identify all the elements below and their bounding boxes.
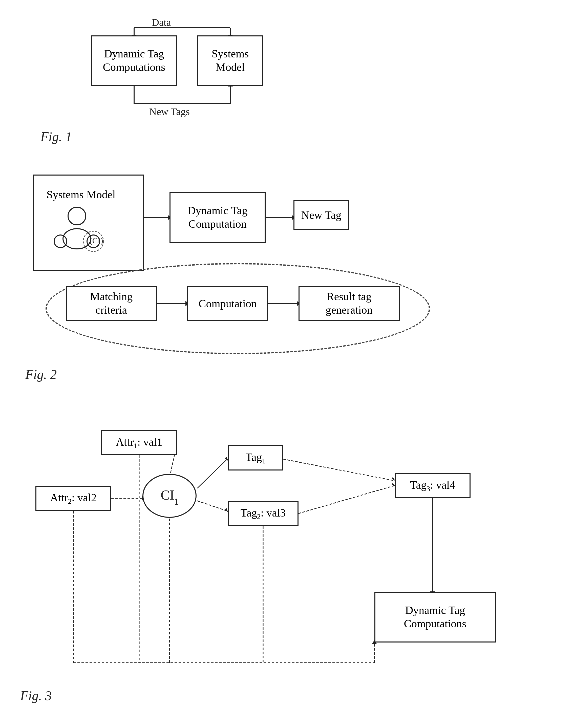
fig3-label: Fig. 3: [20, 688, 52, 703]
fig2-newtag-label: New Tag: [301, 209, 341, 222]
fig3-attr2-label: Attr2: val2: [50, 491, 97, 506]
fig2-newtag-box: New Tag: [293, 200, 349, 230]
fig3-tag1-label: Tag1: [245, 451, 265, 465]
fig2-dtc-label: Dynamic TagComputation: [188, 204, 248, 231]
svg-line-35: [283, 459, 394, 481]
svg-line-29: [197, 459, 227, 488]
fig3-attr1-box: Attr1: val1: [101, 430, 177, 455]
fig2-dtc-box: Dynamic TagComputation: [169, 192, 265, 243]
fig2-matching-label: Matchingcriteria: [90, 290, 133, 317]
fig3-tag3-box: Tag3: val4: [395, 473, 470, 498]
fig3-dtc-label: Dynamic TagComputations: [404, 604, 466, 631]
svg-line-33: [298, 486, 394, 513]
page: Data New Tags Dynamic TagComputations Sy…: [0, 0, 574, 728]
fig1-sm-label: SystemsModel: [212, 47, 249, 74]
fig2-result-box: Result taggeneration: [298, 286, 400, 321]
fig1-sm-box: SystemsModel: [197, 35, 263, 86]
fig3-ci-ellipse: CI1: [142, 473, 197, 519]
fig2-result-label: Result taggeneration: [326, 290, 373, 317]
fig3-tag2-label: Tag2: val3: [241, 506, 286, 521]
fig2-matching-box: Matchingcriteria: [66, 286, 157, 321]
fig2-diagram: Systems Model (CI) Dynamic TagComputatio…: [25, 167, 481, 384]
fig2-sysmodel-box: Systems Model (CI): [33, 175, 144, 271]
svg-point-20: [63, 229, 91, 249]
fig2-sysmodel-title: Systems Model: [47, 188, 116, 201]
fig3-attr1-label: Attr1: val1: [116, 436, 162, 450]
svg-line-31: [197, 501, 227, 511]
fig3-tag1-box: Tag1: [228, 445, 283, 470]
svg-text:New Tags: New Tags: [149, 106, 190, 117]
svg-text:Data: Data: [152, 17, 171, 28]
fig2-computation-box: Computation: [187, 286, 268, 321]
fig1-diagram: Data New Tags Dynamic TagComputations Sy…: [40, 15, 293, 147]
fig1-dtc-label: Dynamic TagComputations: [103, 47, 165, 74]
fig2-label: Fig. 2: [25, 367, 57, 382]
svg-point-19: [68, 207, 86, 225]
svg-point-21: [54, 235, 67, 248]
fig2-computation-label: Computation: [199, 297, 257, 310]
svg-text:(CI): (CI): [89, 236, 103, 245]
fig3-tag2-box: Tag2: val3: [228, 501, 298, 526]
fig1-dtc-box: Dynamic TagComputations: [91, 35, 177, 86]
fig3-diagram: Attr1: val1 Attr2: val2 CI1 Tag1 Tag2: v…: [20, 415, 551, 708]
fig1-label: Fig. 1: [40, 129, 72, 144]
fig3-dtc-box: Dynamic TagComputations: [374, 592, 496, 643]
fig3-tag3-label: Tag3: val4: [410, 479, 455, 493]
fig3-attr2-box: Attr2: val2: [35, 486, 111, 511]
